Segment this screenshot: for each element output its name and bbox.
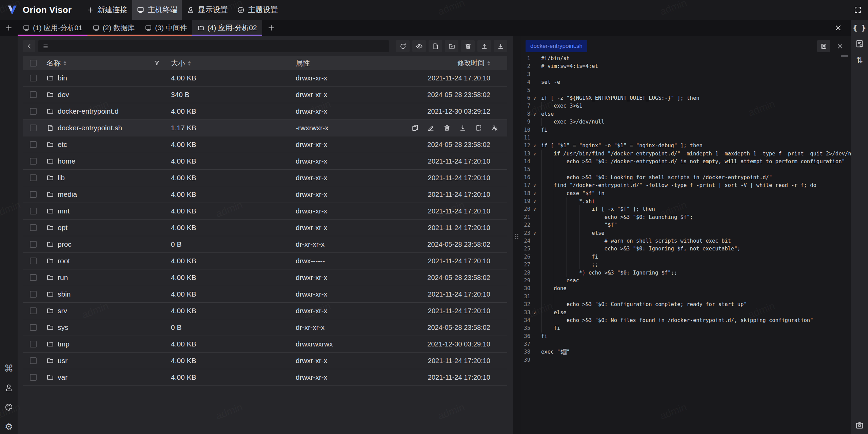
- upload-button[interactable]: [477, 40, 491, 52]
- file-name[interactable]: bin: [58, 74, 67, 82]
- file-row-media[interactable]: media4.00 KBdrwxr-xr-x2021-11-24 17:20:1…: [23, 186, 507, 203]
- row-copy-button[interactable]: [411, 124, 419, 132]
- file-name[interactable]: docker-entrypoint.d: [58, 107, 119, 115]
- row-checkbox[interactable]: [30, 291, 37, 298]
- refresh-button[interactable]: [396, 40, 410, 52]
- sidebar-settings-button[interactable]: ⚙: [5, 422, 13, 431]
- row-checkbox[interactable]: [30, 258, 37, 264]
- sidebar-new-button[interactable]: [0, 20, 18, 36]
- row-checkbox[interactable]: [30, 108, 37, 115]
- file-row-var[interactable]: var4.00 KBdrwxr-xr-x2021-11-24 17:20:10: [23, 369, 507, 386]
- fold-chevron-icon[interactable]: ∨: [530, 150, 539, 158]
- preview-button[interactable]: [412, 40, 426, 52]
- file-row-sbin[interactable]: sbin4.00 KBdrwxr-xr-x2021-11-24 17:20:10: [23, 286, 507, 303]
- file-name[interactable]: docker-entrypoint.sh: [58, 124, 122, 132]
- save-button[interactable]: [817, 40, 830, 52]
- row-move-button[interactable]: [475, 124, 482, 132]
- new-file-button[interactable]: [429, 40, 442, 52]
- back-button[interactable]: [23, 40, 35, 52]
- row-checkbox[interactable]: [30, 75, 37, 81]
- editor-close-button[interactable]: [833, 40, 846, 52]
- sidebar-display-settings-button[interactable]: [4, 383, 13, 392]
- file-name[interactable]: run: [58, 273, 68, 282]
- sidebar-command-palette-button[interactable]: ⌘: [4, 364, 14, 373]
- fold-chevron-icon[interactable]: ∨: [530, 229, 539, 237]
- file-name[interactable]: etc: [58, 140, 67, 149]
- row-owner-button[interactable]: [491, 124, 498, 132]
- file-name[interactable]: home: [58, 157, 76, 165]
- file-row-opt[interactable]: opt4.00 KBdrwxr-xr-x2021-11-24 17:20:10: [23, 220, 507, 236]
- editor-file-tab[interactable]: docker-entrypoint.sh: [526, 40, 587, 52]
- row-checkbox[interactable]: [30, 341, 37, 347]
- file-name[interactable]: root: [58, 257, 70, 265]
- menu-host-terminal[interactable]: 主机终端: [132, 0, 182, 20]
- row-checkbox[interactable]: [30, 241, 37, 248]
- strip-line-sort-button[interactable]: ⇅: [856, 56, 863, 64]
- fold-chevron-icon[interactable]: ∨: [530, 94, 539, 102]
- fold-chevron-icon[interactable]: ∨: [530, 110, 539, 118]
- row-checkbox[interactable]: [30, 158, 37, 165]
- column-mtime[interactable]: 修改时间▲▼: [403, 58, 507, 68]
- brand[interactable]: Orion Visor: [0, 0, 82, 20]
- file-name[interactable]: proc: [58, 240, 72, 248]
- file-name[interactable]: tmp: [58, 340, 70, 348]
- file-name[interactable]: mnt: [58, 207, 70, 215]
- row-checkbox[interactable]: [30, 191, 37, 198]
- fold-chevron-icon[interactable]: ∨: [530, 205, 539, 213]
- file-row-srv[interactable]: srv4.00 KBdrwxr-xr-x2021-11-24 17:20:10: [23, 303, 507, 319]
- file-row-docker-entrypoint.sh[interactable]: docker-entrypoint.sh1.17 KB-rwxrwxr-x: [23, 120, 507, 136]
- sort-toggle[interactable]: ▲▼: [188, 60, 191, 66]
- file-row-dev[interactable]: dev340 Bdrwxr-xr-x2024-05-28 23:58:02: [23, 87, 507, 103]
- file-row-mnt[interactable]: mnt4.00 KBdrwxr-xr-x2021-11-24 17:20:10: [23, 203, 507, 220]
- file-name[interactable]: opt: [58, 224, 67, 232]
- file-row-sys[interactable]: sys0 Bdr-xr-xr-x2024-05-28 23:58:02: [23, 319, 507, 336]
- file-name[interactable]: sys: [58, 323, 68, 332]
- file-name[interactable]: srv: [58, 307, 67, 315]
- file-row-proc[interactable]: proc0 Bdr-xr-xr-x2024-05-28 23:58:02: [23, 236, 507, 253]
- file-name[interactable]: var: [58, 373, 67, 381]
- row-checkbox[interactable]: [30, 125, 37, 131]
- fold-chevron-icon[interactable]: ∨: [530, 190, 539, 197]
- terminal-tab-1[interactable]: (1) 应用-分析01: [18, 20, 87, 36]
- sidebar-theme-button[interactable]: [4, 403, 13, 412]
- file-row-usr[interactable]: usr4.00 KBdrwxr-xr-x2021-11-24 17:20:10: [23, 353, 507, 369]
- terminal-tab-4[interactable]: (4) 应用-分析02: [192, 20, 262, 36]
- file-name[interactable]: lib: [58, 174, 65, 182]
- row-edit-button[interactable]: [427, 124, 435, 132]
- file-name[interactable]: media: [58, 190, 77, 199]
- file-row-tmp[interactable]: tmp4.00 KBdrwxrwxrwx2021-12-30 03:29:10: [23, 336, 507, 353]
- terminal-tab-3[interactable]: (3) 中间件: [140, 20, 192, 36]
- menu-display-settings[interactable]: 显示设置: [182, 0, 232, 20]
- file-name[interactable]: dev: [58, 91, 69, 99]
- menu-new-connection[interactable]: 新建连接: [82, 0, 132, 20]
- row-checkbox[interactable]: [30, 141, 37, 148]
- new-folder-button[interactable]: [445, 40, 458, 52]
- row-checkbox[interactable]: [30, 208, 37, 214]
- file-name[interactable]: usr: [58, 357, 67, 365]
- file-row-run[interactable]: run4.00 KBdrwxr-xr-x2024-05-28 23:58:02: [23, 269, 507, 286]
- fold-chevron-icon[interactable]: ∨: [530, 182, 539, 189]
- row-checkbox[interactable]: [30, 374, 37, 381]
- fullscreen-button[interactable]: [848, 0, 868, 20]
- row-delete-button[interactable]: [443, 124, 451, 132]
- row-checkbox[interactable]: [30, 224, 37, 231]
- sort-toggle[interactable]: ▲▼: [487, 60, 490, 66]
- file-row-home[interactable]: home4.00 KBdrwxr-xr-x2021-11-24 17:20:10: [23, 153, 507, 170]
- divider-drag-handle[interactable]: [515, 234, 518, 239]
- sort-toggle[interactable]: ▲▼: [63, 60, 66, 66]
- file-row-root[interactable]: root4.00 KBdrwx------2021-11-24 17:20:10: [23, 253, 507, 269]
- menu-theme-settings[interactable]: 主题设置: [233, 0, 282, 20]
- delete-button[interactable]: [461, 40, 475, 52]
- path-breadcrumb-input[interactable]: [38, 40, 389, 52]
- file-row-docker-entrypoint.d[interactable]: docker-entrypoint.d4.00 KBdrwxr-xr-x2021…: [23, 103, 507, 120]
- column-name[interactable]: 名称▲▼: [43, 58, 167, 68]
- file-row-lib[interactable]: lib4.00 KBdrwxr-xr-x2021-11-24 17:20:10: [23, 170, 507, 186]
- fold-chevron-icon[interactable]: ∨: [530, 309, 539, 317]
- row-checkbox[interactable]: [30, 91, 37, 98]
- row-checkbox[interactable]: [30, 274, 37, 281]
- file-row-etc[interactable]: etc4.00 KBdrwxr-xr-x2024-05-28 23:58:02: [23, 136, 507, 153]
- strip-screenshot-button[interactable]: [855, 421, 864, 430]
- fold-chevron-icon[interactable]: ∨: [530, 142, 539, 150]
- column-size[interactable]: 大小▲▼: [167, 58, 292, 68]
- strip-doc-bookmark-button[interactable]: [855, 39, 864, 48]
